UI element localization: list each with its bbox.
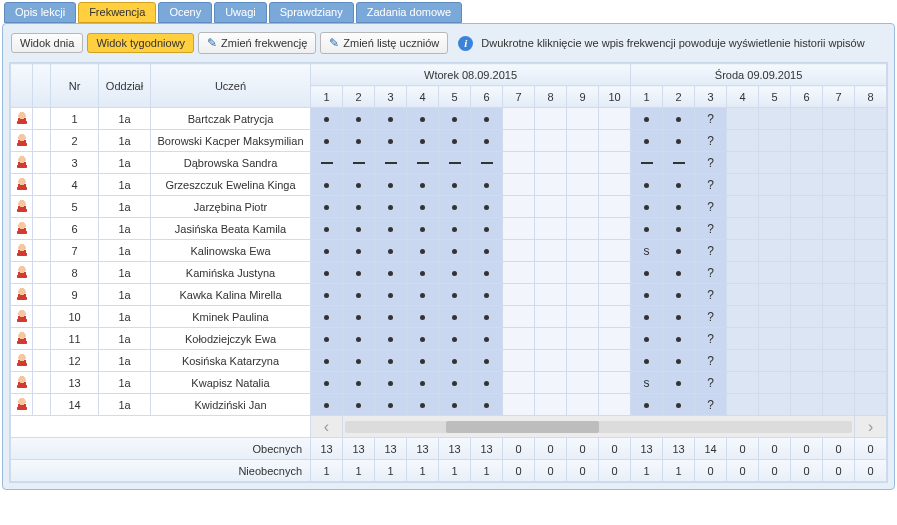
att-cell[interactable]: [311, 372, 343, 394]
att-cell[interactable]: [439, 328, 471, 350]
att-cell[interactable]: [791, 394, 823, 416]
att-cell[interactable]: [375, 174, 407, 196]
att-cell[interactable]: [663, 130, 695, 152]
att-cell[interactable]: [439, 152, 471, 174]
att-cell[interactable]: [855, 306, 887, 328]
att-cell[interactable]: [791, 218, 823, 240]
att-cell[interactable]: [503, 262, 535, 284]
att-cell[interactable]: [631, 174, 663, 196]
att-cell[interactable]: [631, 328, 663, 350]
att-cell[interactable]: [855, 196, 887, 218]
att-cell[interactable]: [567, 218, 599, 240]
att-cell[interactable]: [791, 262, 823, 284]
att-cell[interactable]: ?: [695, 328, 727, 350]
att-cell[interactable]: [471, 350, 503, 372]
att-cell[interactable]: [471, 108, 503, 130]
att-cell[interactable]: [503, 394, 535, 416]
att-cell[interactable]: [343, 218, 375, 240]
change-attendance-button[interactable]: ✎ Zmień frekwencję: [198, 32, 316, 54]
row-student-name[interactable]: Borowski Kacper Maksymilian: [151, 130, 311, 152]
att-cell[interactable]: [567, 306, 599, 328]
att-cell[interactable]: [823, 372, 855, 394]
att-cell[interactable]: [375, 262, 407, 284]
att-cell[interactable]: [823, 284, 855, 306]
att-cell[interactable]: [439, 372, 471, 394]
att-cell[interactable]: [727, 174, 759, 196]
att-cell[interactable]: [631, 196, 663, 218]
att-cell[interactable]: [599, 108, 631, 130]
row-student-name[interactable]: Jasińska Beata Kamila: [151, 218, 311, 240]
att-cell[interactable]: [567, 152, 599, 174]
att-cell[interactable]: [535, 284, 567, 306]
att-cell[interactable]: [759, 328, 791, 350]
period-header-d2-2[interactable]: 2: [663, 86, 695, 108]
att-cell[interactable]: [823, 174, 855, 196]
att-cell[interactable]: [471, 174, 503, 196]
att-cell[interactable]: [759, 218, 791, 240]
att-cell[interactable]: [663, 394, 695, 416]
att-cell[interactable]: [311, 174, 343, 196]
att-cell[interactable]: [375, 218, 407, 240]
att-cell[interactable]: ?: [695, 196, 727, 218]
att-cell[interactable]: [663, 240, 695, 262]
att-cell[interactable]: [663, 108, 695, 130]
att-cell[interactable]: [471, 306, 503, 328]
att-cell[interactable]: [599, 306, 631, 328]
att-cell[interactable]: [439, 218, 471, 240]
att-cell[interactable]: [823, 130, 855, 152]
att-cell[interactable]: [727, 372, 759, 394]
att-cell[interactable]: [631, 306, 663, 328]
att-cell[interactable]: [727, 130, 759, 152]
att-cell[interactable]: [503, 306, 535, 328]
att-cell[interactable]: [343, 108, 375, 130]
att-cell[interactable]: [727, 306, 759, 328]
att-cell[interactable]: [855, 218, 887, 240]
att-cell[interactable]: [823, 152, 855, 174]
att-cell[interactable]: [343, 350, 375, 372]
att-cell[interactable]: [407, 394, 439, 416]
att-cell[interactable]: [599, 218, 631, 240]
att-cell[interactable]: [535, 240, 567, 262]
att-cell[interactable]: [343, 240, 375, 262]
att-cell[interactable]: ?: [695, 284, 727, 306]
att-cell[interactable]: [727, 328, 759, 350]
att-cell[interactable]: [311, 240, 343, 262]
row-student-name[interactable]: Kawka Kalina Mirella: [151, 284, 311, 306]
scroll-thumb[interactable]: [446, 421, 598, 433]
horizontal-scrollbar[interactable]: [343, 416, 855, 438]
att-cell[interactable]: [471, 240, 503, 262]
row-student-name[interactable]: Kwapisz Natalia: [151, 372, 311, 394]
att-cell[interactable]: [663, 284, 695, 306]
day-view-button[interactable]: Widok dnia: [11, 33, 83, 53]
att-cell[interactable]: [855, 130, 887, 152]
att-cell[interactable]: [663, 328, 695, 350]
row-student-name[interactable]: Jarzębina Piotr: [151, 196, 311, 218]
att-cell[interactable]: ?: [695, 174, 727, 196]
row-student-name[interactable]: Bartczak Patrycja: [151, 108, 311, 130]
att-cell[interactable]: [311, 196, 343, 218]
att-cell[interactable]: [375, 328, 407, 350]
att-cell[interactable]: [663, 152, 695, 174]
period-header-d1-6[interactable]: 6: [471, 86, 503, 108]
period-header-d2-1[interactable]: 1: [631, 86, 663, 108]
att-cell[interactable]: [855, 108, 887, 130]
period-header-d1-9[interactable]: 9: [567, 86, 599, 108]
att-cell[interactable]: ?: [695, 240, 727, 262]
tab-notes[interactable]: Uwagi: [214, 2, 267, 23]
att-cell[interactable]: [759, 196, 791, 218]
att-cell[interactable]: [535, 394, 567, 416]
att-cell[interactable]: [663, 350, 695, 372]
att-cell[interactable]: [375, 108, 407, 130]
att-cell[interactable]: [471, 218, 503, 240]
att-cell[interactable]: [535, 306, 567, 328]
period-header-d1-8[interactable]: 8: [535, 86, 567, 108]
att-cell[interactable]: [599, 394, 631, 416]
att-cell[interactable]: [311, 284, 343, 306]
att-cell[interactable]: [567, 350, 599, 372]
att-cell[interactable]: [503, 152, 535, 174]
att-cell[interactable]: [567, 108, 599, 130]
att-cell[interactable]: [599, 372, 631, 394]
att-cell[interactable]: [567, 372, 599, 394]
att-cell[interactable]: ?: [695, 306, 727, 328]
att-cell[interactable]: [375, 284, 407, 306]
